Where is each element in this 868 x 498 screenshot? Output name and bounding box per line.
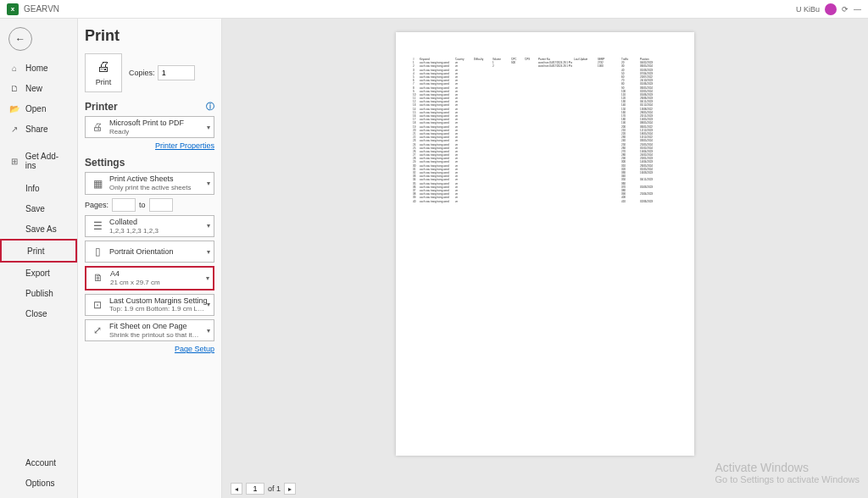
page-total: of 1 (268, 484, 281, 493)
printer-ready-icon: 🖨 (89, 119, 106, 136)
minimize-icon[interactable]: — (854, 5, 861, 14)
printer-properties-link[interactable]: Printer Properties (85, 141, 214, 150)
excel-app-icon: x (7, 3, 19, 15)
sidebar-export[interactable]: Export (0, 263, 77, 283)
open-icon: 📂 (8, 102, 20, 114)
margins-icon: ⊡ (89, 296, 106, 313)
back-arrow-icon: ← (15, 33, 25, 45)
sidebar-home[interactable]: ⌂Home (0, 58, 77, 78)
scaling-selector[interactable]: ⤢ Fit Sheet on One PageShrink the printo… (85, 319, 214, 341)
back-button[interactable]: ← (8, 27, 32, 51)
page-icon: 🗎 (90, 269, 107, 286)
sidebar-print[interactable]: Print (0, 239, 77, 263)
collation-selector[interactable]: ☰ Collated1,2,3 1,2,3 1,2,3 (85, 215, 214, 237)
prev-page-button[interactable]: ◂ (231, 483, 242, 495)
sheets-icon: ▦ (89, 175, 106, 192)
margins-selector[interactable]: ⊡ Last Custom Margins SettingTop: 1.9 cm… (85, 294, 214, 316)
backstage-sidebar: ← ⌂Home 🗋New 📂Open ↗Share ⊞Get Add-ins I… (0, 19, 78, 498)
pages-to-input[interactable] (149, 198, 173, 212)
addins-icon: ⊞ (8, 155, 20, 167)
collated-icon: ☰ (89, 218, 106, 235)
sidebar-options[interactable]: Options (0, 473, 77, 493)
sidebar-publish[interactable]: Publish (0, 283, 77, 303)
print-settings-panel: Print 🖨 Print Copies: Printerⓘ 🖨 Microso… (78, 19, 222, 498)
sync-icon[interactable]: ⟳ (842, 5, 849, 14)
preview-page: #KeywordCountryDifficultyVolumeCPCCPSPar… (396, 32, 694, 456)
user-name[interactable]: U KiBu (796, 5, 820, 14)
sidebar-close[interactable]: Close (0, 303, 77, 324)
fit-icon: ⤢ (89, 322, 106, 339)
printer-selector[interactable]: 🖨 Microsoft Print to PDFReady (85, 116, 214, 138)
title-bar: x GEARVN U KiBu ⟳ — (0, 0, 868, 19)
pages-from-input[interactable] (112, 198, 136, 212)
printer-info-icon[interactable]: ⓘ (206, 101, 214, 113)
sidebar-account[interactable]: Account (0, 452, 77, 473)
copies-input[interactable] (158, 65, 195, 80)
copies-label: Copies: (129, 69, 155, 77)
print-preview-area: #KeywordCountryDifficultyVolumeCPCCPSPar… (222, 19, 868, 498)
home-icon: ⌂ (8, 62, 20, 74)
file-name: GEARVN (24, 4, 59, 14)
next-page-button[interactable]: ▸ (284, 483, 296, 495)
current-page-input[interactable] (246, 483, 264, 495)
sidebar-info[interactable]: Info (0, 178, 77, 198)
pages-range: Pages: to (85, 198, 214, 212)
orientation-selector[interactable]: ▯ Portrait Orientation (85, 241, 214, 263)
windows-activation-watermark: Activate Windows Go to Settings to activ… (715, 461, 860, 484)
printer-icon: 🖨 (97, 59, 110, 75)
sidebar-saveas[interactable]: Save As (0, 219, 77, 239)
sidebar-share[interactable]: ↗Share (0, 119, 77, 139)
paper-size-selector[interactable]: 🗎 A421 cm x 29.7 cm (85, 266, 214, 290)
sidebar-save[interactable]: Save (0, 198, 77, 219)
sidebar-open[interactable]: 📂Open (0, 98, 77, 119)
sidebar-addins[interactable]: ⊞Get Add-ins (0, 147, 77, 174)
new-icon: 🗋 (8, 82, 20, 94)
print-heading: Print (85, 27, 214, 45)
print-what-selector[interactable]: ▦ Print Active SheetsOnly print the acti… (85, 172, 214, 194)
page-setup-link[interactable]: Page Setup (85, 345, 214, 353)
sidebar-new[interactable]: 🗋New (0, 78, 77, 98)
page-navigation: ◂ of 1 ▸ (231, 483, 296, 495)
user-avatar[interactable] (825, 3, 837, 15)
settings-section-title: Settings (85, 157, 214, 169)
printer-section-title: Printerⓘ (85, 101, 214, 113)
print-button[interactable]: 🖨 Print (85, 53, 122, 92)
portrait-icon: ▯ (89, 243, 106, 260)
share-icon: ↗ (8, 123, 20, 135)
